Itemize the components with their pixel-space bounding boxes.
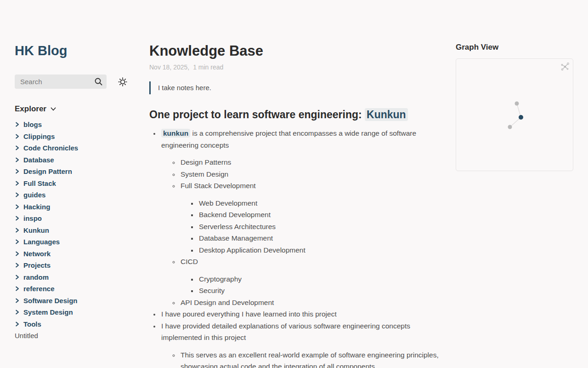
chevron-right-icon xyxy=(15,263,20,268)
search-icon[interactable] xyxy=(94,77,103,86)
chevron-right-icon xyxy=(15,169,20,174)
chevron-right-icon xyxy=(15,251,20,256)
theme-toggle-button[interactable] xyxy=(118,77,128,87)
explorer-toggle[interactable]: Explorer xyxy=(15,104,138,114)
list-item: Serverless Architectures xyxy=(198,221,439,233)
graph-view-title: Graph View xyxy=(456,43,573,52)
folder-label: random xyxy=(23,273,49,281)
folder-label: Hacking xyxy=(23,203,50,211)
folder-label: Network xyxy=(23,250,51,258)
explorer-folder-item[interactable]: Full Stack xyxy=(15,178,138,190)
chevron-right-icon xyxy=(15,122,20,127)
left-sidebar: HK Blog xyxy=(15,39,138,342)
section-heading-text: One project to learn software engineerin… xyxy=(149,109,365,121)
chevron-right-icon xyxy=(15,181,20,186)
graph-view-panel[interactable] xyxy=(456,58,573,171)
search-input[interactable] xyxy=(15,75,107,89)
list-item: System Design xyxy=(180,168,439,180)
list-item: Security xyxy=(198,285,439,297)
chevron-right-icon xyxy=(15,192,20,197)
global-graph-icon[interactable] xyxy=(560,62,570,72)
right-sidebar: Graph View xyxy=(456,39,573,171)
chevron-right-icon xyxy=(15,275,20,280)
explorer-folder-item[interactable]: Software Design xyxy=(15,295,138,307)
explorer-folder-item[interactable]: Code Chronicles xyxy=(15,142,138,154)
reading-time: 1 min read xyxy=(193,63,223,71)
chevron-right-icon xyxy=(15,239,20,244)
explorer-folder-item[interactable]: blogs xyxy=(15,119,138,131)
folder-label: blogs xyxy=(23,121,42,128)
folder-label: Database xyxy=(23,156,54,164)
graph-node-current[interactable] xyxy=(519,115,523,120)
chevron-right-icon xyxy=(15,204,20,209)
folder-label: reference xyxy=(23,285,55,293)
article-list: kunkun is a comprehensive project that e… xyxy=(149,127,439,368)
explorer-folder-item[interactable]: Design Pattern xyxy=(15,166,138,178)
list-item: Web Development xyxy=(198,197,439,209)
explorer-folder-item[interactable]: Clippings xyxy=(15,131,138,143)
search-row xyxy=(15,75,138,89)
folder-label: Clippings xyxy=(23,132,55,140)
list-item: Backend Development xyxy=(198,209,439,221)
section-heading: One project to learn software engineerin… xyxy=(149,107,439,122)
kunkun-inline-link[interactable]: kunkun xyxy=(161,129,190,138)
list-item: kunkun is a comprehensive project that e… xyxy=(160,127,439,308)
explorer-folder-item[interactable]: guides xyxy=(15,189,138,201)
chevron-right-icon xyxy=(15,216,20,221)
explorer-file-item[interactable]: Untitled xyxy=(15,330,138,342)
list-item: Full Stack Development xyxy=(180,180,439,192)
sun-icon xyxy=(118,77,128,87)
list-item: API Design and Development xyxy=(180,297,439,309)
explorer-folder-item[interactable]: Kunkun xyxy=(15,224,138,236)
explorer-folder-item[interactable]: Projects xyxy=(15,259,138,271)
graph-canvas[interactable] xyxy=(456,59,573,171)
date-created: Nov 18, 2025, xyxy=(149,63,189,71)
list-item-text: I have provided detailed explanations of… xyxy=(161,322,410,342)
kunkun-heading-link[interactable]: Kunkun xyxy=(365,108,408,121)
search-bar[interactable] xyxy=(15,75,107,89)
list-item: This serves as an excellent real-world e… xyxy=(180,349,439,368)
explorer-folder-list: blogs Clippings Code Chronicles xyxy=(15,119,138,342)
graph-node-neighbor[interactable] xyxy=(508,125,512,129)
chevron-right-icon xyxy=(15,322,20,327)
explorer-folder-item[interactable]: Network xyxy=(15,248,138,260)
list-item: Cryptography xyxy=(198,273,439,285)
explorer-folder-item[interactable]: Languages xyxy=(15,236,138,248)
folder-label: Projects xyxy=(23,261,51,269)
explorer-folder-item[interactable]: random xyxy=(15,271,138,283)
list-item: Database Management xyxy=(198,232,439,244)
explorer-folder-item[interactable]: inspo xyxy=(15,213,138,224)
list-item: CICD xyxy=(180,256,439,268)
article: Knowledge Base Nov 18, 2025,1 min read I… xyxy=(149,39,439,368)
chevron-right-icon xyxy=(15,228,20,233)
chevron-right-icon xyxy=(15,157,20,162)
graph-node-neighbor[interactable] xyxy=(515,102,519,106)
list-item: I have poured everything I have learned … xyxy=(160,308,439,320)
explorer-folder-item[interactable]: Database xyxy=(15,154,138,166)
chevron-right-icon xyxy=(15,298,20,303)
list-item: I have provided detailed explanations of… xyxy=(160,320,439,368)
folder-label: Software Design xyxy=(23,297,78,305)
folder-label: Tools xyxy=(23,320,41,328)
explorer-folder-item[interactable]: System Design xyxy=(15,306,138,318)
site-title[interactable]: HK Blog xyxy=(15,43,138,58)
chevron-right-icon xyxy=(15,145,20,150)
list-item: Desktop Application Development xyxy=(198,244,439,256)
blockquote: I take notes here. xyxy=(149,81,439,94)
folder-label: Full Stack xyxy=(23,179,56,187)
explorer-folder-item[interactable]: Tools xyxy=(15,318,138,330)
folder-label: System Design xyxy=(23,308,73,316)
file-label: Untitled xyxy=(15,332,38,339)
explorer-title: Explorer xyxy=(15,104,46,114)
list-item-text: is a comprehensive project that encompas… xyxy=(161,129,416,149)
folder-label: inspo xyxy=(23,214,42,222)
list-item: Design Patterns xyxy=(180,156,439,168)
page-title: Knowledge Base xyxy=(149,43,439,59)
folder-label: guides xyxy=(23,191,45,199)
chevron-right-icon xyxy=(15,310,20,315)
chevron-right-icon xyxy=(15,134,20,139)
chevron-down-icon xyxy=(50,106,57,112)
explorer-folder-item[interactable]: reference xyxy=(15,283,138,295)
explorer-folder-item[interactable]: Hacking xyxy=(15,201,138,213)
article-meta: Nov 18, 2025,1 min read xyxy=(149,63,439,72)
